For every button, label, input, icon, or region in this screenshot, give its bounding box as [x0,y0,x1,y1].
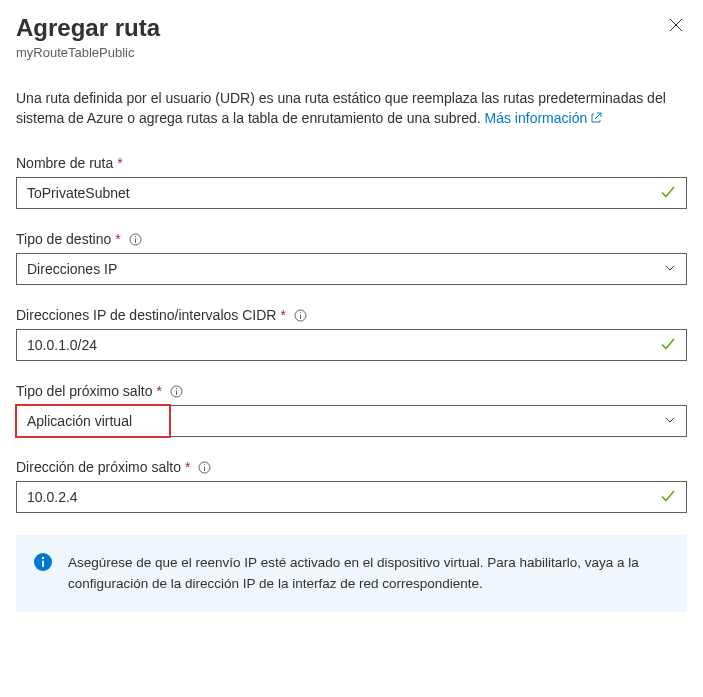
next-hop-address-value[interactable] [27,489,660,505]
svg-point-4 [135,236,136,237]
destination-type-label: Tipo de destino [16,231,111,247]
svg-point-16 [42,557,44,559]
check-icon [660,184,676,203]
page-title: Agregar ruta [16,14,160,43]
route-name-label: Nombre de ruta [16,155,113,171]
next-hop-type-select[interactable]: Aplicación virtual [16,405,687,437]
destination-cidr-label: Direcciones IP de destino/intervalos CID… [16,307,276,323]
chevron-down-icon [664,261,676,277]
field-next-hop-type: Tipo del próximo salto * Aplicación virt… [16,383,687,437]
destination-type-select[interactable]: Direcciones IP [16,253,687,285]
info-message: Asegúrese de que el reenvío IP esté acti… [16,535,687,612]
panel-header: Agregar ruta myRouteTablePublic [16,14,687,60]
field-next-hop-address: Dirección de próximo salto * [16,459,687,513]
required-asterisk: * [280,307,285,323]
info-icon[interactable] [198,461,211,474]
check-icon [660,336,676,355]
route-name-value[interactable] [27,185,660,201]
learn-more-link[interactable]: Más información [485,110,603,126]
required-asterisk: * [185,459,190,475]
destination-cidr-input[interactable] [16,329,687,361]
required-asterisk: * [156,383,161,399]
close-icon [669,20,683,35]
field-destination-cidr: Direcciones IP de destino/intervalos CID… [16,307,687,361]
info-icon[interactable] [294,309,307,322]
external-link-icon [590,109,602,129]
info-icon[interactable] [129,233,142,246]
chevron-down-icon [664,413,676,429]
destination-type-value: Direcciones IP [27,261,664,277]
info-icon [34,553,52,577]
form: Nombre de ruta * Tipo de destino * Direc… [16,155,687,612]
info-icon[interactable] [170,385,183,398]
required-asterisk: * [117,155,122,171]
field-destination-type: Tipo de destino * Direcciones IP [16,231,687,285]
svg-point-10 [176,388,177,389]
next-hop-type-label: Tipo del próximo salto [16,383,152,399]
description-text: Una ruta definida por el usuario (UDR) e… [16,88,687,130]
destination-cidr-value[interactable] [27,337,660,353]
route-name-input[interactable] [16,177,687,209]
svg-point-7 [300,312,301,313]
next-hop-type-value: Aplicación virtual [27,413,664,429]
info-message-text: Asegúrese de que el reenvío IP esté acti… [68,555,639,590]
svg-point-13 [204,464,205,465]
next-hop-address-input[interactable] [16,481,687,513]
page-subtitle: myRouteTablePublic [16,45,160,60]
required-asterisk: * [115,231,120,247]
next-hop-address-label: Dirección de próximo salto [16,459,181,475]
close-button[interactable] [665,14,687,39]
svg-rect-15 [42,561,44,568]
check-icon [660,488,676,507]
field-route-name: Nombre de ruta * [16,155,687,209]
learn-more-label: Más información [485,110,588,126]
